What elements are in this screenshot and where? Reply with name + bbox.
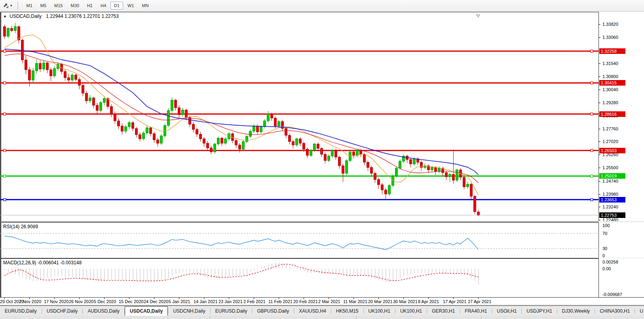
chart-tab-usdcad-daily[interactable]: USDCAD,Daily [125,306,168,316]
price-tick [599,207,600,207]
date-tick-label: 20 Mar 2021 [368,299,393,304]
price-tick [599,155,600,155]
chart-tab-gbpusd-daily[interactable]: GBPUSD,Daily [252,307,294,316]
rsi-axis-tick-label: 100 [602,223,610,228]
chart-tab-ger30-h1[interactable]: GER30,H1 [427,307,460,316]
chart-tab-u[interactable]: U [635,307,644,316]
tabs-holder: EURUSD,DailyUSDCHF,DailyAUDUSD,DailyUSDC… [0,306,644,316]
chart-tab-uk100-h1[interactable]: UK100,H1 [395,307,427,316]
price-tick [599,103,600,103]
level-line-handle[interactable] [4,50,6,52]
timeframe-button-H1[interactable]: H1 [84,2,96,10]
timeframe-button-MN[interactable]: MN [139,2,152,10]
chart-tab-usoil-h1[interactable]: USOil,H1 [492,307,521,316]
date-tick-label: 24 Dec 2020 [144,299,168,304]
timeframe-button-D1[interactable]: D1 [110,2,123,10]
price-tick-label: 1.33820 [602,22,618,27]
price-tick-label: 1.30800 [602,74,618,79]
toolbar: ▾ M1M5M15M30H1H4D1W1MN [0,0,644,11]
level-line-handle[interactable] [4,113,6,115]
chart-tab-xauusd-h4[interactable]: XAUUSD,H4 [294,307,331,316]
candlestick-series [4,23,480,216]
macd-label: MACD(12,26,9) -0.006041 -0.003148 [3,260,82,266]
timeframe-button-M1[interactable]: M1 [23,2,36,10]
panel-divider[interactable] [598,221,644,222]
panel-divider[interactable] [598,258,644,258]
date-tick-label: 8 Apr 2021 [418,299,439,304]
price-chart-canvas[interactable] [0,12,598,221]
date-tick-label: 11 Feb 2021 [268,299,293,304]
level-line-handle[interactable] [591,149,593,152]
price-tick [599,220,600,220]
toolbar-grip[interactable] [17,2,19,9]
chart-tab-dj30-weekly[interactable]: DJ30,Weekly [557,307,595,316]
chart-tab-usdjpy-h1[interactable]: USDJPY,H1 [522,307,557,316]
chevron-down-icon: ▾ [10,4,12,8]
chart-tab-usdcnh-daily[interactable]: USDCNH,Daily [168,307,210,316]
cursor-tool-button[interactable]: ▾ [2,2,13,10]
chart-tab-eurusd-daily[interactable]: EURUSD,Daily [0,307,42,316]
chart-tab-china300-h1[interactable]: CHINA300,H1 [595,307,635,316]
level-price-label: 1.23653 [599,197,625,202]
chart-tab-hk50-m15[interactable]: HK50,M15 [331,307,363,316]
price-tick-label: 1.24740 [602,179,618,183]
date-tick-label: 11 Mar 2021 [343,299,367,304]
price-tick-label: 1.23240 [602,204,618,209]
rsi-canvas[interactable] [0,223,598,257]
level-line-handle[interactable] [591,113,593,115]
level-line-handle[interactable] [4,175,6,177]
level-line-handle[interactable] [591,82,593,84]
timeframe-button-M5[interactable]: M5 [37,2,50,10]
price-tick [599,37,600,38]
rsi-axis-label [599,223,600,223]
price-tick [599,141,600,142]
price-tick [599,63,600,64]
price-tick [599,129,600,129]
date-tick-label: 20 Feb 2021 [293,299,318,304]
date-tick-label: 17 Apr 2021 [443,299,466,304]
date-tick-label: 23 Jan 2021 [218,299,243,304]
current-price-label: 1.22753 [599,212,625,218]
price-tick [599,24,600,25]
price-tick-label: 1.25500 [602,165,618,170]
level-price-label: 1.32258 [599,48,625,54]
macd-axis-tick-label: 0.00258 [602,260,618,264]
price-tick-label: 1.30040 [602,87,618,92]
price-tick [599,181,600,181]
chart-tab-bar: EURUSD,DailyUSDCHF,DailyAUDUSD,DailyUSDC… [0,306,644,316]
date-tick-label: 30 Mar 2021 [393,299,418,304]
timeframe-button-M15[interactable]: M15 [51,2,66,10]
timeframe-button-W1[interactable]: W1 [124,2,138,10]
price-axis[interactable]: 1.338201.330601.315401.308001.300401.292… [598,12,644,297]
date-tick-label: 5 Jan 2021 [169,299,190,304]
rsi-line [5,236,479,250]
price-tick-label: 1.27020 [602,139,618,144]
rsi-axis-label [599,246,600,246]
rsi-axis-tick-label: 30 [602,246,607,251]
level-line-handle[interactable] [4,149,6,152]
chart-title-symbol: USDCAD,Daily [9,13,42,19]
level-line-handle[interactable] [591,199,593,201]
level-price-label: 1.26503 [599,148,625,153]
status-divider [481,316,481,319]
level-line-handle[interactable] [591,175,593,177]
level-line-handle[interactable] [4,199,6,201]
rsi-axis-label [599,231,600,231]
macd-axis-tick-label: 0.00 [602,266,611,271]
chart-tab-usdchf-daily[interactable]: USDCHF,Daily [42,307,83,316]
chart-tab-fra40-h1[interactable]: FRA40,H1 [460,307,492,316]
date-axis[interactable]: 29 Oct 20207 Nov 202017 Nov 202026 Nov 2… [0,297,644,306]
macd-canvas[interactable] [0,259,598,297]
symbol-dropdown-icon[interactable]: ▼ [3,15,7,19]
level-line-handle[interactable] [591,50,593,52]
level-line-handle[interactable] [4,82,6,84]
timeframe-button-H4[interactable]: H4 [97,2,110,10]
chart-tab-audusd-daily[interactable]: AUDUSD,Daily [83,307,124,316]
level-price-label: 1.28616 [599,111,625,117]
chart-tab-uk100-h1[interactable]: UK100,H1 [364,307,395,316]
chart-shift-marker[interactable] [476,15,480,17]
timeframe-button-M30[interactable]: M30 [67,2,83,10]
chart-tab-eurusd-daily[interactable]: EURUSD,Daily [211,307,252,316]
status-bar [0,316,644,319]
price-tick-label: 1.33060 [602,35,618,40]
